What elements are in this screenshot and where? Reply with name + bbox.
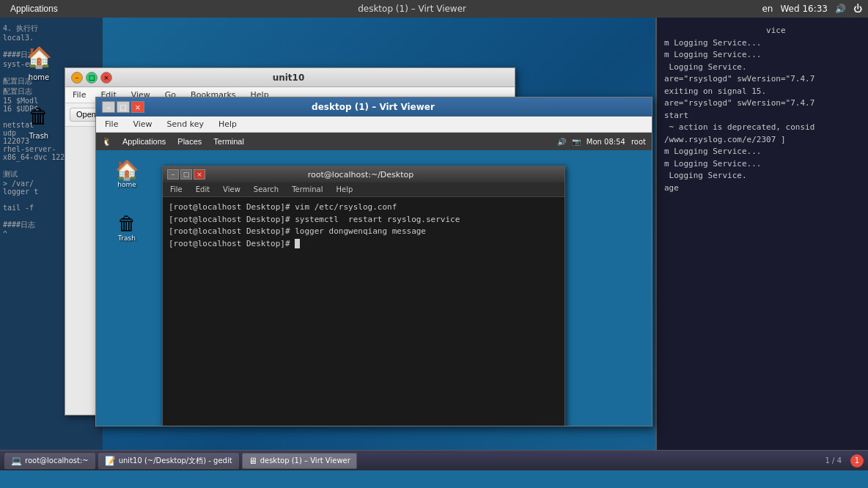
vv-menu-sendkey[interactable]: Send key	[163, 118, 208, 130]
taskbar-notification-badge[interactable]: 1	[850, 454, 864, 467]
taskbar-item-terminal[interactable]: 💻 root@localhost:~	[4, 453, 95, 469]
terminal-title: root@localhost:~/Desktop	[205, 170, 516, 180]
clock: Wed 16:33	[780, 4, 828, 14]
taskbar-gedit-label: unit10 (~/Desktop/文档) - gedit	[119, 456, 232, 466]
term-line-3: [root@localhost Desktop]# logger dongwen…	[169, 226, 559, 238]
term-menu-view[interactable]: View	[220, 185, 243, 194]
desktop-icon-home[interactable]: 🏠 home	[13, 40, 65, 84]
desktop-icon-trash-label: Trash	[29, 132, 48, 140]
trash-icon: 🗑	[24, 101, 54, 130]
window-title-center: desktop (1) – Virt Viewer	[62, 4, 762, 14]
inner-terminal-menu[interactable]: Terminal	[209, 136, 249, 147]
taskbar-pager: 1 / 4	[820, 456, 847, 465]
desktop-icon-home-label: home	[29, 73, 49, 81]
vv-menu-view[interactable]: View	[128, 118, 156, 130]
taskbar-vv-icon: 🖥	[249, 456, 257, 466]
vv-window-controls: – □ ×	[102, 101, 144, 113]
inner-screenshot-icon[interactable]: 📷	[572, 138, 581, 146]
term-close-button[interactable]: ×	[194, 169, 205, 180]
taskbar-item-gedit[interactable]: 📝 unit10 (~/Desktop/文档) - gedit	[98, 453, 239, 469]
inner-user: root	[631, 138, 646, 146]
vv-menu-help[interactable]: Help	[214, 118, 241, 130]
inner-trash-icon: 🗑	[117, 212, 136, 234]
term-restore-button[interactable]: □	[180, 169, 192, 180]
fm-menu-file[interactable]: File	[68, 89, 90, 101]
virt-viewer-body: 🐧 Applications Places Terminal 🔊 📷 Mon 0…	[96, 133, 652, 426]
top-bar-left: Applications	[6, 2, 62, 15]
file-manager-title: unit10	[112, 73, 465, 83]
home-icon: 🏠	[24, 42, 54, 72]
vv-restore-button[interactable]: □	[117, 101, 130, 113]
inner-desktop-icon-trash[interactable]: 🗑 Trash	[103, 210, 150, 245]
taskbar-terminal-label: root@localhost:~	[25, 456, 89, 465]
inner-panel-left: 🐧 Applications Places Terminal	[102, 136, 249, 147]
virt-viewer-titlebar: – □ × desktop (1) – Virt Viewer	[96, 97, 652, 117]
taskbar-item-virtviewer[interactable]: 🖥 desktop (1) – Virt Viewer	[242, 453, 357, 469]
applications-menu[interactable]: Applications	[6, 2, 62, 15]
top-system-bar: Applications desktop (1) – Virt Viewer e…	[0, 0, 868, 18]
fm-close-button[interactable]: ×	[100, 72, 112, 84]
inner-places-menu[interactable]: Places	[173, 136, 206, 147]
virt-viewer-window: – □ × desktop (1) – Virt Viewer File Vie…	[95, 97, 652, 426]
power-icon[interactable]: ⏻	[853, 4, 862, 14]
taskbar: 💻 root@localhost:~ 📝 unit10 (~/Desktop/文…	[0, 450, 868, 470]
term-line-1: [root@localhost Desktop]# vim /etc/rsysl…	[169, 202, 559, 214]
inner-clock: Mon 08:54	[586, 138, 625, 146]
fm-window-controls: – □ ×	[71, 72, 112, 84]
term-minimize-button[interactable]: –	[167, 169, 179, 180]
term-menu-file[interactable]: File	[167, 185, 185, 194]
term-window-controls: – □ ×	[167, 169, 205, 180]
file-manager-titlebar: – □ × unit10	[65, 68, 515, 87]
inner-volume-icon[interactable]: 🔊	[557, 138, 566, 146]
locale-indicator: en	[762, 4, 773, 14]
inner-home-icon: 🏠	[115, 159, 139, 181]
terminal-window: – □ × root@localhost:~/Desktop File Edit…	[162, 166, 565, 426]
inner-applications-menu[interactable]: Applications	[118, 136, 170, 147]
vv-minimize-button[interactable]: –	[102, 101, 115, 113]
inner-gnome-panel: 🐧 Applications Places Terminal 🔊 📷 Mon 0…	[96, 133, 652, 150]
term-menu-edit[interactable]: Edit	[193, 185, 213, 194]
term-line-4: [root@localhost Desktop]#	[169, 238, 559, 251]
fm-maximize-button[interactable]: □	[86, 72, 98, 84]
terminal-menubar: File Edit View Search Terminal Help	[163, 182, 564, 197]
terminal-body[interactable]: [root@localhost Desktop]# vim /etc/rsysl…	[163, 197, 564, 426]
terminal-titlebar: – □ × root@localhost:~/Desktop	[163, 166, 564, 182]
vv-menu-file[interactable]: File	[100, 118, 122, 130]
term-menu-search[interactable]: Search	[251, 185, 282, 194]
taskbar-gedit-icon: 📝	[105, 456, 116, 466]
taskbar-terminal-icon: 💻	[11, 456, 22, 466]
term-line-2: [root@localhost Desktop]# systemctl rest…	[169, 214, 559, 226]
term-menu-terminal[interactable]: Terminal	[289, 185, 326, 194]
virt-viewer-title: desktop (1) – Virt Viewer	[144, 102, 602, 112]
desktop-icon-trash[interactable]: 🗑 Trash	[13, 98, 65, 143]
volume-icon[interactable]: 🔊	[835, 4, 846, 14]
desktop: 4. 执行行 local3. ####日志 syst-emct 配置日志 配置日…	[0, 18, 868, 470]
virt-viewer-menubar: File View Send key Help	[96, 117, 652, 133]
term-cursor	[295, 239, 300, 248]
term-menu-help[interactable]: Help	[333, 185, 356, 194]
fm-minimize-button[interactable]: –	[71, 72, 83, 84]
vv-close-button[interactable]: ×	[131, 101, 144, 113]
background-text-doc: vice m Logging Service... m Logging Serv…	[655, 18, 868, 470]
taskbar-vv-label: desktop (1) – Virt Viewer	[260, 456, 350, 465]
top-bar-right: en Wed 16:33 🔊 ⏻	[762, 4, 862, 14]
inner-panel-right: 🔊 📷 Mon 08:54 root	[557, 138, 646, 146]
inner-desktop-icon-home[interactable]: 🏠 home	[103, 156, 150, 191]
